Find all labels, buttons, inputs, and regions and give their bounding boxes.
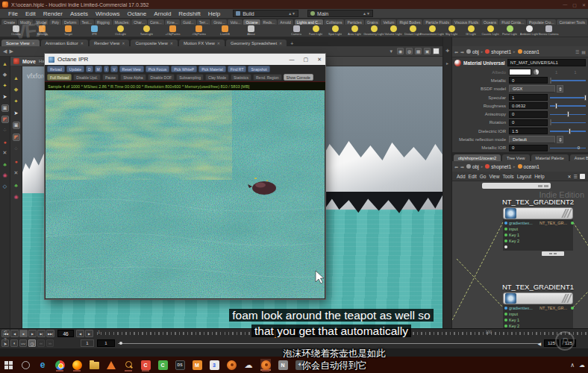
playback-prev-button[interactable]: ◀ (10, 330, 19, 337)
ipr-update-button[interactable]: Update (66, 66, 84, 72)
network-menu-help[interactable]: Help (533, 174, 545, 179)
tray-cloud-icon[interactable]: ☁ (579, 362, 585, 369)
shelf-tab-octane[interactable]: Octane (243, 19, 260, 25)
shelf-tab-create[interactable]: Create (1, 19, 17, 25)
tree-tool-icon[interactable]: ♣ (1, 160, 9, 168)
ipr-show-alpha-button[interactable]: Show Alpha (120, 74, 146, 81)
camera-lock-icon[interactable]: ▣ (424, 48, 431, 54)
shelf-tab-grou[interactable]: Grou... (211, 19, 227, 25)
view-mode-icon[interactable]: ▲ (13, 74, 20, 81)
menu-windows[interactable]: Windows (92, 10, 123, 17)
record-tool-icon[interactable]: ● (1, 138, 9, 145)
param-slider[interactable] (550, 77, 586, 84)
breadcrumb-obj[interactable]: obj (466, 49, 479, 54)
param-dropdown[interactable]: Default (509, 136, 555, 143)
playback-stop-button[interactable]: ■ (19, 330, 28, 337)
window-controls[interactable]: —▢✕ (563, 2, 586, 7)
param-value-field[interactable]: 0 (509, 145, 548, 151)
keyframe-view-icon[interactable]: ◉ (13, 193, 20, 201)
shelf-tab-arnold[interactable]: Arnold (278, 19, 293, 25)
key-tool-icon[interactable]: ◉ (1, 172, 9, 179)
param-dropdown[interactable]: GGX (509, 85, 555, 93)
shelf-tab-particle-fluids[interactable]: Particle Fluids (423, 19, 451, 25)
forward-arrow-icon[interactable]: ➡ (460, 164, 464, 169)
red-c-app-icon[interactable]: C (140, 359, 151, 371)
dropdown-step-icon[interactable] (557, 136, 563, 143)
range-slider[interactable]: ◀ (118, 339, 541, 347)
cloud-app-icon[interactable]: ☁ (243, 359, 254, 371)
port-icon[interactable] (504, 319, 507, 322)
forward-arrow-icon[interactable]: ➡ (460, 49, 464, 54)
scissor-view-icon[interactable]: ✕ (13, 169, 20, 177)
param-slider[interactable]: 0 (550, 145, 586, 151)
shade-mode-icon[interactable]: ◆ (13, 86, 20, 93)
frame-dec-button[interactable]: ◀ (76, 330, 84, 337)
shelf-tab-particles[interactable]: Particles (345, 19, 363, 25)
shelf-tool-target[interactable]: Target (55, 25, 81, 36)
shelf-tab-viscous-fluids[interactable]: Viscous Fluids (452, 19, 481, 25)
ipr-find-rt-button[interactable]: Find RT (228, 66, 247, 72)
shelf-tab-model[interactable]: Model (34, 19, 49, 25)
network-editor-canvas[interactable]: Indie Edition NT_TEX_GRADIENT2gradientte… (452, 181, 588, 328)
ds-app-icon[interactable]: DS (175, 359, 185, 371)
stow-icon[interactable]: ✚ (445, 48, 449, 53)
help-icon[interactable]: ? (4, 337, 6, 342)
shelf-tab-text[interactable]: Text... (80, 19, 94, 25)
stow-icon2[interactable]: ▸ (446, 60, 448, 66)
network-tab-asset-browser[interactable]: Asset Browser (570, 154, 588, 161)
dropdown-step-icon[interactable] (557, 85, 563, 93)
network-menu-view[interactable]: View (487, 174, 501, 179)
ipr-toggle-v[interactable]: V (110, 66, 117, 72)
pose-tool-icon[interactable]: ▲ (1, 60, 9, 67)
render-image[interactable] (46, 90, 325, 298)
ipr-toggle-i[interactable]: I (104, 66, 109, 72)
param-value-field[interactable]: 0 (509, 77, 548, 84)
close-tab-icon[interactable]: ✕ (32, 41, 35, 46)
ipr-toggle-d[interactable]: D (86, 66, 93, 72)
close-icon[interactable]: ✕ (582, 2, 586, 7)
forward-arrow-icon[interactable]: ▶ (9, 48, 13, 54)
partial-node[interactable] (482, 183, 551, 189)
param-value-field[interactable]: 0 (509, 111, 548, 118)
snap-tool-icon[interactable]: ◇ (1, 183, 9, 190)
dots-tool-icon[interactable]: ⁘ (1, 127, 9, 134)
shelf-tool-camera[interactable]: Camera (287, 25, 306, 36)
explorer-icon[interactable] (89, 359, 99, 371)
firefox-icon[interactable] (72, 359, 82, 371)
gradient2-node[interactable]: NT_TEX_GRADIENT2gradienttex...NT_TEX_GR.… (503, 198, 573, 256)
close-tab-icon[interactable]: ✕ (217, 41, 220, 46)
current-frame-field[interactable]: 46 (57, 330, 74, 337)
shelf-tab-modify[interactable]: Modify (18, 19, 34, 25)
objects-tool-icon[interactable]: ◆ (1, 71, 9, 78)
shelf-tool-octane[interactable]: Octane (3, 25, 29, 36)
handles-tool-icon[interactable]: ◩ (1, 116, 9, 123)
shelf-tool-tonelight[interactable]: ToneLight (134, 25, 160, 36)
ipr-disable-dof-button[interactable]: Disable DOF (148, 74, 175, 81)
m-app-icon[interactable]: M (192, 359, 202, 371)
param-slider[interactable] (550, 111, 586, 118)
input-port-icon[interactable] (504, 222, 507, 225)
shelf-tool-livedb[interactable]: LiveDB (212, 25, 238, 36)
slider-handle[interactable] (584, 95, 587, 101)
albedo-color-swatch[interactable] (509, 69, 531, 75)
lock-view-icon[interactable]: ▣ (13, 122, 20, 129)
shelf-tool-octlight[interactable]: OctLight (107, 25, 134, 36)
snap-icon[interactable]: ▦ (415, 48, 422, 54)
shelf-tab-kine[interactable]: Kine... (165, 19, 180, 25)
back-arrow-icon[interactable]: ⬅ (454, 164, 458, 169)
playback-play-button[interactable]: ▶ (28, 330, 37, 337)
breadcrumb-obj[interactable]: obj (466, 164, 479, 169)
realtime-toggle-icon[interactable]: ◷ (28, 339, 36, 347)
network-menu-layout[interactable]: Layout (516, 174, 534, 179)
ipr-disable-upd-button[interactable]: Disable Upd. (73, 74, 101, 81)
cortana-icon[interactable] (20, 359, 31, 371)
maximize-icon[interactable]: ▢ (304, 57, 309, 63)
param-menu-icon[interactable]: ☰ (575, 49, 579, 54)
param-value-field[interactable]: 0.0632 (509, 102, 548, 109)
gradient1-node[interactable]: NT_TEX_GRADIENT1gradienttex...NT_TEX_GR.… (503, 283, 573, 328)
wire-mode-icon[interactable]: ✦ (13, 98, 20, 105)
output-port-icon[interactable] (571, 307, 574, 310)
shelf-tab-lights-and-c[interactable]: Lights and C... (295, 19, 323, 25)
back-arrow-icon[interactable]: ⬅ (454, 49, 458, 54)
menu-edit[interactable]: Edit (22, 10, 40, 17)
